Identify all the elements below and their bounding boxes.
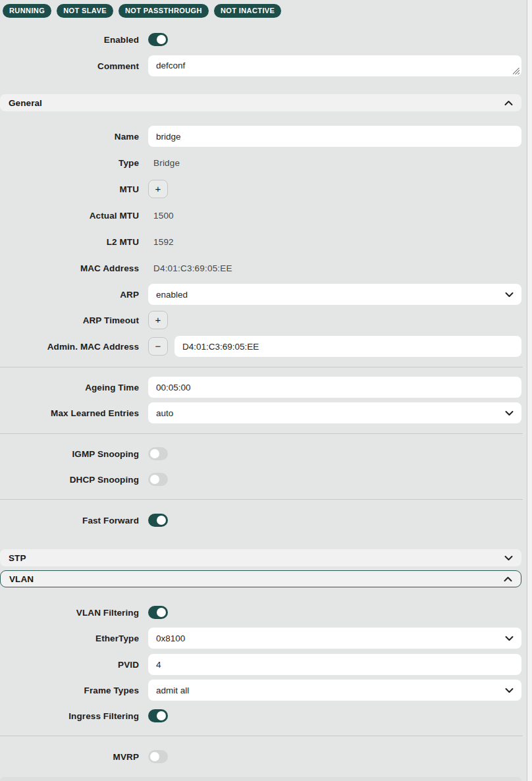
arp-select-value: enabled (156, 290, 188, 300)
name-label: Name (0, 132, 139, 142)
l2-mtu-value: 1592 (148, 237, 174, 247)
chevron-down-icon (504, 555, 513, 561)
ethertype-select-value: 0x8100 (156, 633, 185, 643)
type-label: Type (0, 158, 139, 168)
status-badge-not-inactive: NOT INACTIVE (214, 4, 281, 18)
row-admin-mac-address: Admin. MAC Address − (0, 336, 532, 357)
dhcp-snooping-label: DHCP Snooping (0, 475, 139, 485)
max-learned-entries-label: Max Learned Entries (0, 408, 139, 418)
row-ageing-time: Ageing Time (0, 377, 532, 398)
mac-address-label: MAC Address (0, 263, 139, 273)
admin-mac-address-input[interactable] (174, 336, 521, 357)
enabled-label: Enabled (0, 35, 139, 45)
row-enabled: Enabled (0, 33, 532, 46)
mtu-add-button[interactable]: + (148, 180, 168, 198)
l2-mtu-label: L2 MTU (0, 237, 139, 247)
arp-select[interactable]: enabled (148, 284, 521, 305)
row-vlan-filtering: VLAN Filtering (0, 606, 532, 619)
bridge-settings-page: RUNNING NOT SLAVE NOT PASSTHROUGH NOT IN… (0, 0, 532, 781)
row-mac-address: MAC Address D4:01:C3:69:05:EE (0, 261, 532, 275)
section-title-stp: STP (9, 553, 26, 563)
divider (0, 499, 523, 500)
admin-mac-remove-button[interactable]: − (148, 337, 168, 356)
admin-mac-address-label: Admin. MAC Address (0, 342, 139, 352)
vlan-filtering-label: VLAN Filtering (0, 608, 139, 618)
arp-label: ARP (0, 290, 139, 300)
row-actual-mtu: Actual MTU 1500 (0, 209, 532, 222)
mac-address-value: D4:01:C3:69:05:EE (148, 263, 232, 273)
actual-mtu-label: Actual MTU (0, 211, 139, 221)
row-ethertype: EtherType 0x8100 (0, 628, 532, 649)
row-igmp-snooping: IGMP Snooping (0, 447, 532, 460)
ingress-filtering-toggle[interactable] (148, 709, 168, 722)
status-badge-not-passthrough: NOT PASSTHROUGH (119, 4, 209, 18)
mvrp-toggle[interactable] (148, 750, 168, 763)
chevron-up-icon (504, 576, 512, 582)
row-name: Name (0, 126, 532, 147)
mtu-label: MTU (0, 184, 139, 194)
row-pvid: PVID (0, 654, 532, 675)
max-learned-entries-select[interactable]: auto (148, 402, 521, 423)
section-header-vlan[interactable]: VLAN (0, 570, 521, 587)
frame-types-select-value: admit all (156, 686, 189, 695)
frame-types-label: Frame Types (0, 686, 139, 695)
divider (0, 433, 523, 434)
resize-handle-icon[interactable] (513, 68, 519, 74)
section-header-general[interactable]: General (0, 94, 521, 111)
type-value: Bridge (148, 158, 180, 168)
fast-forward-toggle[interactable] (148, 514, 168, 527)
ethertype-label: EtherType (0, 633, 139, 643)
row-l2-mtu: L2 MTU 1592 (0, 235, 532, 248)
chevron-down-icon (505, 410, 514, 416)
dhcp-snooping-toggle[interactable] (148, 473, 168, 486)
divider (0, 736, 523, 736)
comment-label: Comment (0, 61, 139, 71)
status-badge-running: RUNNING (3, 4, 51, 18)
comment-textarea[interactable]: defconf (148, 55, 521, 76)
scrollbar[interactable] (527, 0, 532, 781)
row-type: Type Bridge (0, 156, 532, 169)
status-badge-not-slave: NOT SLAVE (57, 4, 113, 18)
actual-mtu-value: 1500 (148, 211, 174, 221)
section-title-vlan: VLAN (9, 574, 34, 584)
chevron-down-icon (505, 292, 514, 298)
row-dhcp-snooping: DHCP Snooping (0, 473, 532, 486)
max-learned-entries-select-value: auto (156, 408, 173, 418)
enabled-toggle[interactable] (148, 33, 168, 46)
chevron-up-icon (504, 100, 513, 106)
fast-forward-label: Fast Forward (0, 516, 139, 525)
chevron-down-icon (505, 687, 514, 693)
arp-timeout-label: ARP Timeout (0, 315, 139, 325)
row-mtu: MTU + (0, 180, 532, 198)
ageing-time-input[interactable] (148, 377, 521, 398)
ethertype-select[interactable]: 0x8100 (148, 628, 521, 649)
row-comment: Comment defconf (0, 55, 532, 76)
section-title-general: General (9, 98, 42, 108)
pvid-input[interactable] (148, 654, 521, 675)
status-badges: RUNNING NOT SLAVE NOT PASSTHROUGH NOT IN… (3, 4, 532, 18)
chevron-down-icon (505, 635, 514, 641)
igmp-snooping-toggle[interactable] (148, 447, 168, 460)
divider (0, 367, 523, 367)
ingress-filtering-label: Ingress Filtering (0, 711, 139, 721)
igmp-snooping-label: IGMP Snooping (0, 449, 139, 459)
row-frame-types: Frame Types admit all (0, 680, 532, 701)
row-mvrp: MVRP (0, 750, 532, 763)
row-ingress-filtering: Ingress Filtering (0, 709, 532, 722)
pvid-label: PVID (0, 660, 139, 670)
row-max-learned-entries: Max Learned Entries auto (0, 402, 532, 423)
frame-types-select[interactable]: admit all (148, 680, 521, 701)
section-header-stp[interactable]: STP (0, 549, 521, 566)
ageing-time-label: Ageing Time (0, 383, 139, 392)
vlan-filtering-toggle[interactable] (148, 606, 168, 619)
row-arp: ARP enabled (0, 284, 532, 305)
row-arp-timeout: ARP Timeout + (0, 311, 532, 329)
row-fast-forward: Fast Forward (0, 514, 532, 527)
next-section-header-peek[interactable] (0, 777, 521, 781)
name-input[interactable] (148, 126, 521, 147)
mvrp-label: MVRP (0, 752, 139, 762)
arp-timeout-add-button[interactable]: + (148, 311, 168, 329)
